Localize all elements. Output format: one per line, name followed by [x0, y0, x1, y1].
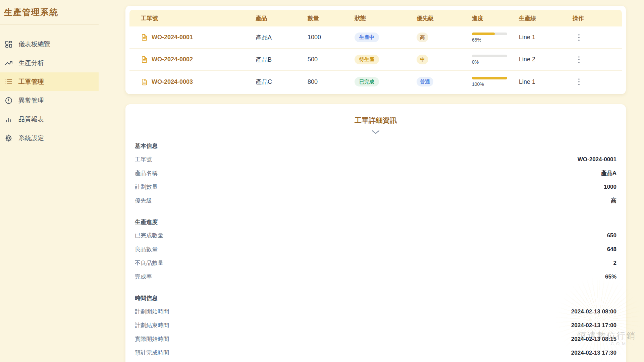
column-header-product: 產品 [250, 14, 302, 22]
section-heading: 時間信息 [135, 294, 616, 302]
table-row[interactable]: WO-2024-0001 產品A 1000 生產中 高 65% Line 1 [129, 26, 622, 49]
detail-label: 不良品數量 [135, 259, 163, 267]
order-number: WO-2024-0001 [152, 34, 193, 41]
table-row[interactable]: WO-2024-0003 產品C 800 已完成 普通 100% Line 1 [129, 71, 622, 93]
detail-value: 2024-02-13 08:00 [571, 308, 616, 315]
detail-value: 1000 [604, 184, 616, 190]
kebab-icon [578, 34, 580, 41]
detail-row: 良品數量 648 [135, 242, 616, 256]
detail-label: 完成率 [135, 273, 152, 281]
quantity-cell: 800 [302, 78, 349, 85]
sidebar-item-label: 異常管理 [18, 96, 44, 105]
work-order-detail-card: 工單詳細資訊 基本信息 工單號 WO-2024-0001 產品名稱 產品A 計劃… [125, 104, 626, 362]
detail-label: 產品名稱 [135, 169, 158, 177]
quantity-cell: 500 [302, 56, 349, 63]
progress-bar [472, 77, 507, 79]
priority-badge: 中 [417, 55, 428, 64]
detail-row: 產品名稱 產品A [135, 166, 616, 180]
detail-row: 預計完成時間 2024-02-13 17:30 [135, 346, 616, 360]
column-header-order-no: 工單號 [129, 14, 250, 22]
detail-value: 65% [605, 274, 616, 280]
quantity-cell: 1000 [302, 34, 349, 41]
list-icon [5, 78, 13, 86]
detail-row: 完成率 65% [135, 270, 616, 284]
column-header-line: 生產線 [514, 14, 567, 22]
sidebar-item-dashboard[interactable]: 儀表板總覽 [0, 35, 99, 54]
detail-value: 2 [613, 260, 616, 266]
detail-label: 工單號 [135, 156, 152, 163]
detail-row: 計劃開始時間 2024-02-13 08:00 [135, 305, 616, 318]
detail-label: 優先級 [135, 197, 152, 204]
section-heading: 基本信息 [135, 142, 616, 150]
column-header-quantity: 數量 [302, 14, 349, 22]
status-badge: 已完成 [355, 77, 379, 87]
collapse-button[interactable] [371, 130, 380, 135]
progress-fill [472, 77, 507, 79]
detail-value: 2024-02-13 17:30 [571, 350, 616, 356]
column-header-progress: 進度 [467, 14, 514, 22]
detail-row: 計劃數量 1000 [135, 180, 616, 194]
progress-bar [472, 33, 507, 35]
progress-percent: 65% [472, 37, 508, 43]
line-cell: Line 1 [514, 78, 567, 85]
detail-value: 650 [607, 232, 616, 239]
status-badge: 生產中 [355, 33, 379, 42]
detail-section-progress: 生產進度 已完成數量 650 良品數量 648 不良品數量 2 完成率 65% [135, 218, 616, 284]
gear-icon [5, 134, 13, 142]
priority-badge: 高 [417, 33, 428, 42]
table-row[interactable]: WO-2024-0002 產品B 500 待生產 中 0% Line 2 [129, 49, 622, 71]
kebab-menu-button[interactable] [575, 76, 583, 87]
detail-value: WO-2024-0001 [578, 156, 616, 163]
sidebar-item-analysis[interactable]: 生產分析 [0, 54, 99, 72]
order-number: WO-2024-0002 [152, 56, 193, 63]
detail-label: 計劃結束時間 [135, 321, 169, 329]
order-number: WO-2024-0003 [152, 78, 193, 85]
detail-value: 2024-02-13 17:00 [571, 322, 616, 329]
detail-value: 高 [611, 197, 616, 204]
kebab-menu-button[interactable] [575, 54, 583, 65]
detail-value: 2024-02-13 08:15 [571, 336, 616, 343]
sidebar-item-label: 品質報表 [18, 115, 44, 124]
kebab-icon [578, 78, 580, 85]
detail-label: 計劃數量 [135, 183, 158, 191]
work-order-table-card: 工單號 產品 數量 狀態 優先級 進度 生產線 操作 WO-2024-0001 … [125, 6, 626, 94]
detail-row: 計劃結束時間 2024-02-13 17:00 [135, 318, 616, 332]
chevron-down-icon [371, 130, 380, 134]
product-cell: 產品C [250, 78, 302, 86]
detail-label: 已完成數量 [135, 232, 163, 239]
detail-panel-title: 工單詳細資訊 [135, 116, 616, 125]
sidebar-nav: 儀表板總覽 生產分析 工單管理 異常管理 品質報表 系統設定 [0, 35, 99, 147]
sidebar-item-work-orders[interactable]: 工單管理 [0, 72, 99, 91]
detail-label: 良品數量 [135, 245, 158, 253]
detail-row: 工單號 WO-2024-0001 [135, 153, 616, 166]
column-header-status: 狀態 [349, 14, 411, 22]
kebab-menu-button[interactable] [575, 32, 583, 43]
detail-row: 實際開始時間 2024-02-13 08:15 [135, 332, 616, 346]
detail-row: 優先級 高 [135, 194, 616, 207]
detail-row: 不良品數量 2 [135, 256, 616, 270]
product-cell: 產品B [250, 56, 302, 64]
detail-value: 648 [607, 246, 616, 253]
sidebar-item-exceptions[interactable]: 異常管理 [0, 91, 99, 110]
document-icon [141, 34, 148, 41]
trend-icon [5, 59, 13, 67]
document-icon [141, 56, 148, 63]
progress-percent: 0% [472, 59, 508, 65]
app-title: 生產管理系統 [0, 0, 99, 25]
product-cell: 產品A [250, 34, 302, 42]
detail-row: 已完成數量 650 [135, 229, 616, 242]
dashboard-icon [5, 40, 13, 48]
sidebar-item-label: 工單管理 [18, 77, 44, 86]
column-header-priority: 優先級 [411, 14, 467, 22]
sidebar-item-quality-reports[interactable]: 品質報表 [0, 110, 99, 129]
status-badge: 待生產 [355, 55, 379, 64]
sidebar-item-label: 生產分析 [18, 59, 44, 67]
detail-value: 產品A [601, 169, 616, 177]
detail-label: 計劃開始時間 [135, 308, 169, 315]
detail-label: 實際開始時間 [135, 335, 169, 343]
sidebar-item-settings[interactable]: 系統設定 [0, 129, 99, 147]
progress-bar [472, 55, 507, 57]
table-header-row: 工單號 產品 數量 狀態 優先級 進度 生產線 操作 [129, 10, 622, 26]
line-cell: Line 1 [514, 34, 567, 41]
kebab-icon [578, 56, 580, 63]
